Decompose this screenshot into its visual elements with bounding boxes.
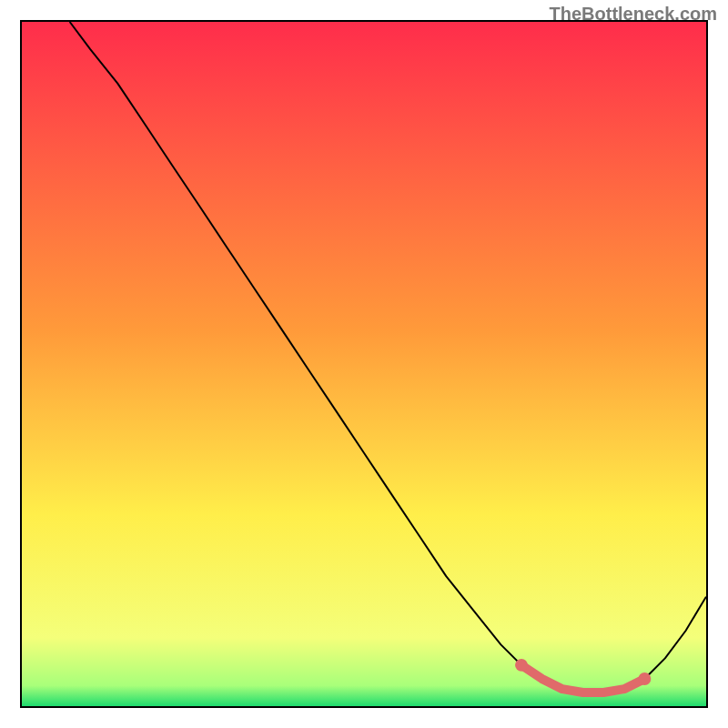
chart-axes-frame: [20, 20, 708, 708]
highlight-dot: [638, 672, 651, 685]
chart-svg: [22, 22, 706, 706]
watermark-text: TheBottleneck.com: [550, 4, 717, 25]
highlight-dot: [515, 659, 528, 672]
gradient-background: [22, 22, 706, 706]
